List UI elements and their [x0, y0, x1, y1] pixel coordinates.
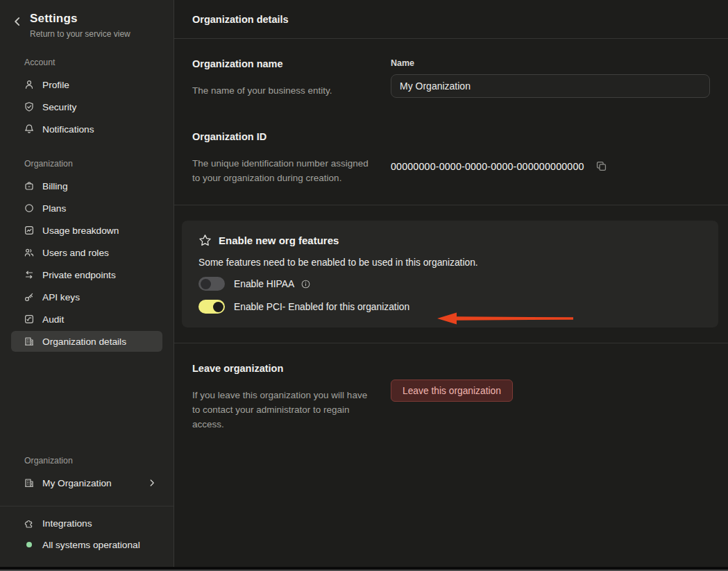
copy-icon[interactable] [595, 160, 607, 172]
main-content: Organization details Organization name T… [174, 0, 728, 567]
sidebar-item-label: Notifications [42, 124, 94, 135]
org-name-heading: Organization name [192, 58, 391, 69]
sidebar-item-organization-details[interactable]: Organization details [11, 331, 162, 352]
organization-id-value: 00000000-0000-0000-0000-000000000000 [391, 161, 584, 172]
window-bottom-edge [0, 567, 728, 571]
puzzle-icon [24, 518, 35, 529]
sidebar-item-audit[interactable]: Audit [11, 309, 162, 330]
org-id-heading: Organization ID [192, 131, 391, 142]
sidebar-item-users-and-roles[interactable]: Users and roles [11, 242, 162, 263]
sidebar-item-label: Audit [42, 314, 64, 325]
sidebar-title: Settings [30, 12, 130, 26]
sidebar-item-billing[interactable]: Billing [11, 176, 162, 196]
sidebar-item-private-endpoints[interactable]: Private endpoints [11, 264, 162, 285]
leave-organization-button[interactable]: Leave this organization [391, 380, 513, 402]
features-card-title: Enable new org features [219, 235, 339, 246]
sidebar-item-label: Security [42, 102, 76, 112]
enable-features-card: Enable new org features Some features ne… [182, 221, 718, 327]
back-chevron-icon[interactable] [11, 15, 24, 28]
sidebar-item-label: Plans [42, 203, 66, 214]
sidebar-item-label: Organization details [42, 336, 126, 347]
organization-section-label: Organization [24, 159, 162, 169]
organization-id-section: Organization ID The unique identificatio… [174, 98, 728, 185]
leave-org-description: If you leave this organization you will … [192, 388, 369, 432]
sidebar-item-usage-breakdown[interactable]: Usage breakdown [11, 220, 162, 241]
enable-hipaa-toggle[interactable] [198, 277, 225, 291]
organization-name-section: Organization name The name of your busin… [174, 39, 728, 98]
sidebar-divider [0, 506, 173, 506]
integrations-link[interactable]: Integrations [11, 513, 162, 534]
sidebar-item-plans[interactable]: Plans [11, 198, 162, 219]
sidebar-item-profile[interactable]: Profile [11, 74, 162, 95]
settings-sidebar: Settings Return to your service view Acc… [0, 0, 174, 567]
info-icon[interactable] [300, 279, 311, 289]
org-switcher[interactable]: My Organization [11, 472, 162, 493]
section-divider [174, 205, 728, 205]
sidebar-header: Settings Return to your service view [0, 0, 173, 39]
billing-icon [24, 180, 35, 191]
user-icon [24, 79, 35, 90]
chart-square-icon [24, 225, 35, 236]
features-card-description: Some features need to be enabled to be u… [198, 257, 702, 268]
circle-icon [24, 203, 35, 214]
sidebar-item-label: Usage breakdown [42, 225, 119, 236]
building-icon [24, 477, 35, 488]
enable-pci-toggle[interactable] [198, 300, 225, 314]
org-id-description: The unique identification number assigne… [192, 156, 369, 185]
sidebar-item-label: API keys [42, 292, 80, 302]
sidebar-item-label: Profile [42, 80, 69, 90]
page-title: Organization details [174, 0, 728, 39]
sidebar-item-label: Private endpoints [42, 270, 116, 280]
name-field-label: Name [391, 58, 710, 68]
swap-arrows-icon [24, 269, 35, 280]
hipaa-toggle-row: Enable HIPAA [198, 277, 702, 291]
account-section-label: Account [24, 58, 162, 67]
star-icon [198, 234, 212, 247]
org-name-description: The name of your business entity. [192, 83, 369, 98]
bell-icon [24, 123, 35, 135]
sidebar-item-security[interactable]: Security [11, 96, 162, 117]
sidebar-item-label: Users and roles [42, 248, 109, 258]
building-icon [24, 336, 35, 347]
sidebar-item-notifications[interactable]: Notifications [11, 119, 162, 139]
status-label: All systems operational [42, 540, 140, 550]
status-dot-icon [26, 542, 32, 547]
users-icon [24, 247, 35, 258]
org-switcher-label: Organization [24, 456, 162, 466]
sidebar-item-label: Billing [42, 181, 68, 191]
sidebar-item-api-keys[interactable]: API keys [11, 287, 162, 307]
org-switcher-value: My Organization [42, 478, 112, 488]
shield-check-icon [24, 101, 35, 112]
sidebar-footer: Integrations All systems operational [0, 512, 173, 567]
return-to-service-link[interactable]: Return to your service view [30, 29, 130, 39]
pci-toggle-label: Enable PCI- Enabled for this organizatio… [234, 302, 409, 312]
organization-name-input[interactable] [391, 74, 710, 98]
audit-check-square-icon [24, 314, 35, 325]
integrations-label: Integrations [42, 518, 92, 529]
system-status[interactable]: All systems operational [11, 534, 162, 555]
pci-toggle-row: Enable PCI- Enabled for this organizatio… [198, 300, 702, 314]
leave-org-heading: Leave organization [192, 363, 391, 374]
leave-organization-section: Leave organization If you leave this org… [174, 343, 728, 432]
hipaa-toggle-label: Enable HIPAA [234, 279, 294, 289]
key-icon [24, 291, 35, 302]
settings-app: Settings Return to your service view Acc… [0, 0, 728, 567]
chevron-right-icon [147, 478, 157, 488]
